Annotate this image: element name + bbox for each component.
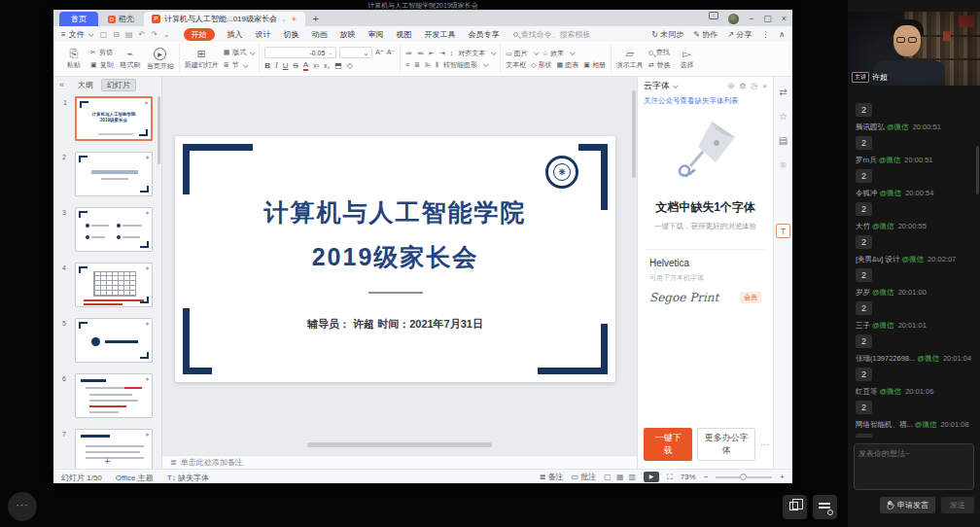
ribbon-tab[interactable]: 会员专享 bbox=[469, 29, 500, 40]
panel-bell-icon[interactable]: ◷ bbox=[751, 82, 757, 90]
desktop-more-button[interactable]: ··· bbox=[8, 492, 37, 521]
slide-thumbnail-6[interactable]: 6 ∗ bbox=[75, 373, 153, 418]
missing-font-status[interactable]: T↓ 缺失字体 bbox=[167, 473, 209, 483]
undo-icon[interactable]: ↶ bbox=[139, 30, 146, 39]
highlight-button[interactable]: ⬒ bbox=[334, 61, 342, 70]
bullets-icon[interactable]: ≔ bbox=[405, 50, 412, 57]
save-icon[interactable]: ⊟ bbox=[113, 30, 120, 39]
print-icon[interactable]: ▤ bbox=[125, 30, 133, 39]
ribbon-tab[interactable]: 插入 bbox=[228, 29, 243, 40]
material-star-icon[interactable]: ☆ bbox=[779, 111, 788, 122]
slide-title-line2[interactable]: 2019级家长会 bbox=[175, 241, 615, 273]
help-icon[interactable]: ⌾ bbox=[781, 159, 787, 171]
send-button[interactable]: 发送 bbox=[941, 497, 974, 513]
panel-settings-icon[interactable]: ⚙ bbox=[739, 82, 746, 90]
canvas-horizontal-scrollbar[interactable] bbox=[307, 442, 492, 447]
decrease-font-icon[interactable]: A⁻ bbox=[387, 49, 395, 56]
paste-button[interactable]: ⎘粘贴 bbox=[62, 48, 86, 70]
zoom-slider-knob[interactable] bbox=[740, 474, 747, 480]
ribbon-tab[interactable]: 开发工具 bbox=[425, 29, 456, 40]
tab-docer[interactable]: D 稻壳 bbox=[98, 12, 144, 26]
close-wps-icon[interactable]: × bbox=[782, 14, 787, 23]
tab-slides[interactable]: 幻灯片 bbox=[101, 79, 136, 91]
normal-view-icon[interactable]: ▢ bbox=[604, 473, 612, 481]
restore-icon[interactable]: ▢ bbox=[763, 14, 772, 23]
replace-button[interactable]: ⇄替换 bbox=[648, 60, 671, 70]
share-screen-button[interactable] bbox=[783, 495, 807, 519]
play-from-current-button[interactable]: ▶当页开始 bbox=[147, 48, 174, 71]
chat-list[interactable]: 2 腾讯园弘@微信20:00:51 2 罗rn兵@微信20:00:51 2 令狐… bbox=[848, 88, 980, 438]
font-name-box[interactable]: -0.05⌄ bbox=[264, 47, 336, 58]
more-qat-icon[interactable]: ⌄ bbox=[163, 30, 170, 39]
subscript-button[interactable]: x₂ bbox=[324, 62, 330, 69]
textbox-button[interactable]: 文本框 bbox=[506, 60, 526, 70]
ribbon-tab[interactable]: 视图 bbox=[397, 29, 412, 40]
zoom-slider[interactable] bbox=[716, 476, 772, 478]
canvas-vertical-scrollbar[interactable] bbox=[632, 90, 636, 178]
file-menu[interactable]: ≡ 文件 bbox=[61, 29, 92, 40]
increase-font-icon[interactable]: A⁺ bbox=[375, 49, 383, 56]
slide-thumbnail-2[interactable]: 2 ∗ bbox=[75, 152, 153, 196]
animation-pane-icon[interactable]: ▤ bbox=[779, 135, 788, 146]
panel-chevron-icon[interactable] bbox=[672, 81, 677, 90]
sidebar-scrollbar[interactable] bbox=[158, 96, 160, 164]
new-slide-button[interactable]: ⊞新建幻灯片 bbox=[185, 48, 219, 70]
indent-icon[interactable]: ⇥ bbox=[439, 50, 445, 57]
theme-name[interactable]: Office 主题 bbox=[116, 473, 154, 483]
ribbon-tab[interactable]: 切换 bbox=[284, 29, 299, 40]
panel-more-icon[interactable]: ··· bbox=[760, 439, 769, 449]
notes-bar[interactable]: ≣ 单击此处添加备注 bbox=[162, 455, 637, 469]
cut-button[interactable]: ✂剪切 bbox=[90, 48, 114, 57]
missing-font-list-link[interactable]: 关注公众号查看缺失字体列表 bbox=[638, 94, 773, 108]
collaborate-button[interactable]: ✎ 协作 bbox=[693, 29, 718, 40]
cloud-font-pane-icon[interactable]: T bbox=[776, 224, 790, 238]
chart-button[interactable]: ▦ 图表 bbox=[557, 60, 579, 70]
slide-title-line1[interactable]: 计算机与人工智能学院 bbox=[175, 196, 615, 228]
align-left-icon[interactable]: ≡ bbox=[405, 61, 409, 68]
zoom-out-button[interactable]: − bbox=[704, 473, 709, 481]
char-effects-button[interactable]: ◇ bbox=[347, 61, 353, 70]
align-right-icon[interactable]: ⊫ bbox=[425, 61, 431, 69]
shape-button[interactable]: ◇ 形状 bbox=[531, 60, 551, 70]
tab-outline[interactable]: 大纲 bbox=[78, 80, 93, 90]
ribbon-tab[interactable]: 设计 bbox=[256, 29, 271, 40]
ribbon-tab[interactable]: 审阅 bbox=[368, 29, 384, 40]
comments-toggle[interactable]: ▭ 批注 bbox=[572, 472, 597, 482]
strikethrough-button[interactable]: S bbox=[293, 61, 298, 70]
chat-input[interactable]: 发表你的想法~ bbox=[854, 443, 974, 490]
slideshow-button[interactable]: ▶ bbox=[644, 472, 659, 482]
smartart-button[interactable]: 转智能图形 bbox=[443, 60, 477, 70]
new-doc-icon[interactable]: ▢ bbox=[100, 30, 108, 39]
meeting-settings-button[interactable] bbox=[813, 495, 837, 519]
object-properties-icon[interactable]: ⇄ bbox=[779, 87, 787, 97]
picture-button[interactable]: ▭ 图片 bbox=[506, 49, 528, 58]
slide-thumbnail-1[interactable]: 1 ∗ 计算机与人工智能学院2019级家长会 bbox=[75, 96, 153, 141]
underline-button[interactable]: U bbox=[283, 61, 289, 70]
slide-thumbnail-3[interactable]: 3 ∗ bbox=[75, 207, 153, 252]
bold-button[interactable]: B bbox=[264, 61, 270, 70]
speaker-webcam[interactable]: 主讲 许超 bbox=[848, 12, 980, 86]
share-button[interactable]: ↗ 分享 bbox=[727, 29, 752, 40]
numbering-icon[interactable]: ≕ bbox=[417, 50, 424, 57]
more-menu-icon[interactable]: ⋮ bbox=[761, 30, 769, 39]
layout-button[interactable]: ▦版式 bbox=[224, 48, 255, 57]
slide-subtitle[interactable]: 辅导员： 许超 时间：2021年7月31日 bbox=[175, 317, 615, 332]
new-tab-button[interactable]: + bbox=[313, 12, 319, 26]
copy-button[interactable]: ▣复制 bbox=[90, 60, 114, 70]
section-button[interactable]: ≣节 bbox=[224, 60, 255, 70]
tab-menu-icon[interactable]: ⌄ bbox=[281, 16, 287, 23]
ribbon-tab[interactable]: 开始 bbox=[184, 28, 215, 41]
tab-document[interactable]: P 计算机与人工智能...019级家长会 ⌄ ∗ bbox=[144, 12, 305, 26]
more-fonts-button[interactable]: 更多办公字体 bbox=[697, 428, 755, 461]
italic-button[interactable]: I bbox=[275, 61, 278, 70]
superscript-button[interactable]: x² bbox=[313, 62, 319, 69]
font-color-button[interactable]: A bbox=[303, 60, 308, 71]
line-spacing-icon[interactable]: ↕ bbox=[450, 50, 454, 56]
notes-toggle[interactable]: ≣ 备注 bbox=[540, 472, 564, 482]
panel-pin-icon[interactable]: ⊖ bbox=[727, 82, 734, 90]
reading-view-icon[interactable]: ▥ bbox=[628, 473, 636, 481]
panel-close-icon[interactable]: × bbox=[762, 82, 767, 90]
redo-icon[interactable]: ↷ bbox=[151, 30, 158, 39]
effect-button[interactable]: ☆ 效果 bbox=[542, 49, 564, 58]
command-search[interactable]: 查找命令、搜索模板 bbox=[513, 29, 591, 40]
